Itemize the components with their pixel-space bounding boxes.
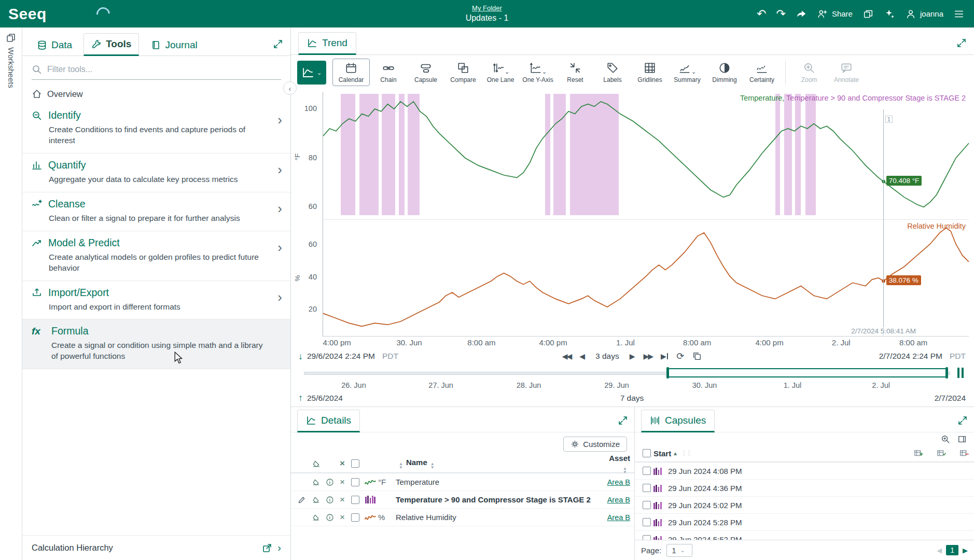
tool-import-export[interactable]: Import/Export Import and export in diffe… (22, 281, 290, 320)
filter-tools-input[interactable] (46, 64, 281, 75)
toolbar-calendar-button[interactable]: Calendar (332, 59, 370, 86)
user-menu[interactable]: joanna (905, 8, 943, 20)
table-row-condition[interactable]: × Temperature > 90 and Compressor Stage … (291, 491, 634, 509)
range-end[interactable]: 2/7/2024 2:24 PM (879, 352, 942, 361)
range-selection[interactable] (667, 368, 947, 377)
temperature-lane[interactable]: Temperature, Temperature > 90 and Compre… (323, 92, 969, 219)
select-all-checkbox[interactable] (351, 459, 359, 468)
asset-link[interactable]: Area B (607, 478, 630, 486)
row-checkbox[interactable] (351, 496, 359, 504)
range-selector-track[interactable] (304, 368, 950, 378)
capsule-row[interactable]: 29 Jun 2024 5:52 PM (635, 531, 974, 540)
worksheets-icon[interactable] (862, 8, 874, 20)
item-name[interactable]: Temperature > 90 and Compressor Stage is… (396, 495, 600, 504)
toolbar-capsule-button[interactable]: Capsule (407, 59, 444, 86)
tab-trend[interactable]: Trend (298, 32, 356, 55)
tool-formula[interactable]: fxFormula Create a signal or condition u… (22, 319, 290, 369)
capsule-checkbox[interactable] (643, 467, 651, 475)
toolbar-gridlines-button[interactable]: Gridlines (631, 59, 669, 86)
info-icon[interactable] (323, 478, 337, 486)
legend-humidity[interactable]: Relative Humidity (907, 222, 966, 230)
zoom-to-capsule-icon[interactable] (941, 435, 950, 444)
share-button[interactable]: Share (817, 8, 853, 20)
tool-identify[interactable]: Identify Create Conditions to find event… (22, 104, 290, 153)
step-forward-icon[interactable]: ▶ (630, 352, 635, 360)
remove-formatting-icon[interactable] (309, 459, 323, 468)
prev-page-icon[interactable]: ◀ (937, 547, 942, 554)
info-icon[interactable] (323, 513, 337, 522)
row-checkbox[interactable] (351, 513, 359, 522)
add-column-icon[interactable] (914, 449, 923, 458)
forward-share-icon[interactable] (796, 8, 807, 20)
remove-icon[interactable]: × (337, 477, 348, 487)
open-external-icon[interactable] (262, 543, 272, 553)
capsule-checkbox[interactable] (643, 535, 651, 540)
trend-expand-icon[interactable] (956, 38, 967, 48)
toolbar-dimming-button[interactable]: Dimming (706, 59, 743, 86)
item-name[interactable]: Temperature (396, 478, 600, 486)
auto-update-icon[interactable] (692, 352, 702, 361)
toolbar-one-y-axis-button[interactable]: ⌄ One Y-Axis (519, 59, 556, 86)
stats-column-green-icon[interactable] (937, 449, 946, 458)
capsule-row[interactable]: 29 Jun 2024 4:36 PM (635, 480, 974, 497)
redo-icon[interactable]: ↷ (776, 8, 785, 20)
calculation-hierarchy-row[interactable]: Calculation Hierarchy › (22, 535, 290, 560)
humidity-lane[interactable]: Relative Humidity 38.076 % 2/7/2024 5:08… (323, 219, 969, 337)
range-handle-right[interactable] (945, 367, 948, 379)
investigate-end[interactable]: 2/7/2024 (935, 394, 966, 403)
chevron-right-icon[interactable]: › (277, 542, 281, 554)
refresh-icon[interactable]: ⟳ (676, 351, 684, 362)
asset-column-header[interactable]: Asset▲▼ (600, 454, 630, 474)
remove-icon[interactable]: × (337, 495, 348, 505)
legend-temperature[interactable]: Temperature, (740, 94, 784, 102)
remove-all-icon[interactable]: × (337, 458, 348, 469)
capsules-expand-icon[interactable] (957, 415, 968, 426)
remove-formatting-icon[interactable] (309, 496, 323, 504)
investigate-start[interactable]: 25/6/2024 (307, 394, 343, 403)
tab-details[interactable]: Details (297, 410, 360, 432)
remove-icon[interactable]: × (337, 512, 348, 523)
capsule-checkbox[interactable] (643, 501, 651, 509)
investigate-duration[interactable]: 7 days (620, 394, 644, 403)
tab-data[interactable]: Data (30, 35, 79, 55)
page-size-select[interactable]: 1⌄ (666, 544, 692, 557)
toolbar-one-lane-button[interactable]: ⌄ One Lane (482, 59, 519, 86)
toolbar-compare-button[interactable]: Compare (444, 59, 482, 86)
trend-chart[interactable]: 100 80 60 °F 60 40 20 % Temperature, Tem… (291, 92, 969, 335)
investigate-start-arrow-icon[interactable]: ↑ (298, 393, 303, 403)
toolbar-annotate-button[interactable]: Annotate (828, 59, 865, 86)
toolbar-summary-button[interactable]: ⌄ Summary (669, 59, 706, 86)
range-start-arrow-icon[interactable]: ↓ (298, 351, 303, 362)
remove-formatting-icon[interactable] (309, 478, 323, 486)
next-page-icon[interactable]: ▶ (963, 547, 968, 554)
overview-item[interactable]: Overview (22, 82, 290, 104)
asset-link[interactable]: Area B (607, 496, 630, 504)
item-name[interactable]: Relative Humidity (396, 513, 600, 522)
toolbar-zoom-button[interactable]: Zoom (790, 59, 828, 86)
column-options-icon[interactable]: ⋮⋮ (681, 450, 691, 457)
stats-column-red-icon[interactable] (959, 449, 969, 458)
asset-link[interactable]: Area B (607, 513, 630, 522)
capsule-row[interactable]: 29 Jun 2024 5:02 PM (635, 497, 974, 514)
capsule-row[interactable]: 29 Jun 2024 4:08 PM (635, 463, 974, 480)
select-all-capsules-checkbox[interactable] (643, 449, 651, 457)
range-duration[interactable]: 3 days (595, 352, 619, 361)
tab-capsules[interactable]: Capsules (641, 410, 715, 432)
remove-formatting-icon[interactable] (309, 513, 323, 522)
customize-button[interactable]: Customize (563, 437, 627, 452)
toolbar-reset-button[interactable]: Reset (556, 59, 594, 86)
range-handle-bars-icon[interactable] (957, 368, 964, 378)
table-row-temperature[interactable]: × °F Temperature Area B (291, 473, 634, 491)
step-back-icon[interactable]: ◀ (579, 352, 585, 360)
tool-model-predict[interactable]: Model & Predict Create analytical models… (22, 231, 290, 281)
details-expand-icon[interactable] (618, 415, 628, 426)
row-checkbox[interactable] (351, 478, 359, 486)
start-column-header[interactable]: Start (653, 449, 671, 458)
collapse-panel-button[interactable]: ‹ (283, 81, 297, 95)
capsule-row[interactable]: 29 Jun 2024 5:28 PM (635, 514, 974, 531)
tab-tools[interactable]: Tools (84, 33, 139, 56)
toolbar-certainty-button[interactable]: Certainty (743, 59, 781, 86)
hamburger-menu-icon[interactable] (953, 8, 965, 20)
capsule-checkbox[interactable] (643, 484, 651, 492)
panel-layout-icon[interactable] (957, 435, 967, 444)
